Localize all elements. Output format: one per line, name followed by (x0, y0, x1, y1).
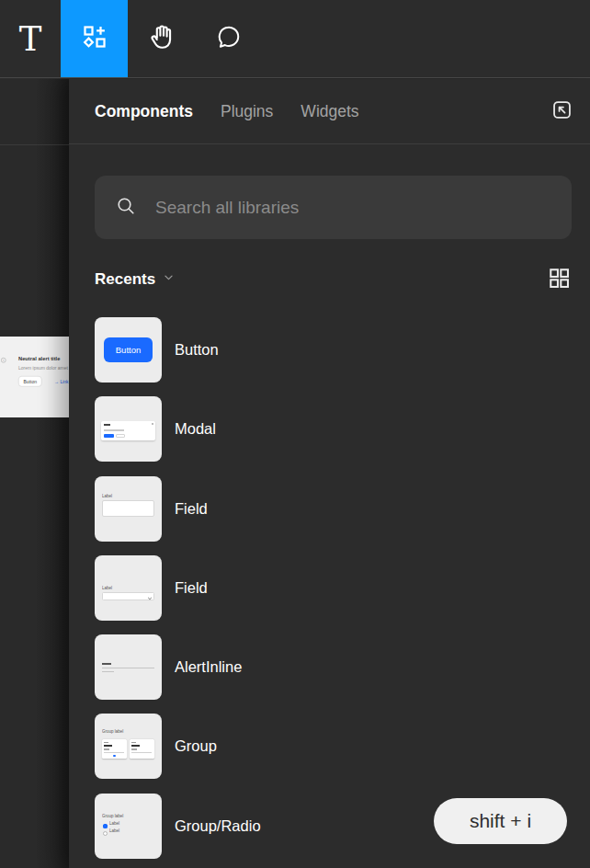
component-list: Button Button Modal Label Field (95, 317, 572, 859)
list-item-modal[interactable]: Modal (95, 396, 572, 462)
hand-tool-button[interactable] (128, 0, 195, 77)
chevron-down-icon (161, 269, 176, 290)
tab-components[interactable]: Components (95, 102, 193, 121)
canvas-frame-edge (0, 144, 69, 145)
hand-icon (147, 22, 176, 55)
alert-button: Button (18, 376, 41, 387)
alert-link: → Link text (54, 379, 69, 384)
list-item-button[interactable]: Button Button (95, 317, 572, 383)
comment-tool-button[interactable] (195, 0, 262, 77)
open-as-window-button[interactable] (546, 96, 577, 127)
canvas-alert-component[interactable]: i Neutral alert title Lorem ipsum dolor … (0, 337, 69, 417)
item-label: Field (175, 579, 208, 597)
item-label: Group/Radio (175, 817, 261, 835)
list-item-field-select[interactable]: Label Field (95, 555, 572, 621)
radio-unselected-icon (103, 831, 108, 836)
toolbar: T (0, 0, 590, 78)
recents-dropdown[interactable]: Recents (95, 269, 176, 290)
list-item-field[interactable]: Label Field (95, 476, 572, 542)
group-thumbnail: Group label (95, 714, 162, 779)
tab-widgets[interactable]: Widgets (301, 102, 358, 121)
modal-thumbnail (95, 396, 162, 462)
info-icon: i (1, 358, 6, 363)
comment-icon (215, 23, 243, 54)
alertinline-thumbnail (95, 634, 162, 700)
grid-view-icon (547, 266, 572, 294)
grid-view-toggle[interactable] (546, 267, 572, 292)
button-thumbnail: Button (95, 317, 162, 383)
figma-insert-overlay: i Neutral alert title Lorem ipsum dolor … (0, 0, 590, 868)
list-item-group[interactable]: Group label Group (95, 714, 572, 779)
search-icon (115, 195, 137, 221)
field-thumbnail: Label (95, 476, 162, 542)
alert-body: Lorem ipsum dolor amet conse (18, 365, 69, 371)
search-bar[interactable] (95, 176, 572, 239)
item-label: Group (175, 737, 217, 755)
item-label: Modal (175, 420, 216, 438)
item-label: AlertInline (175, 658, 242, 676)
open-window-icon (550, 97, 574, 126)
shortcut-hint-badge: shift + i (434, 798, 567, 844)
group-radio-thumbnail: Group label Label Label (95, 794, 162, 859)
text-icon: T (19, 22, 42, 56)
assets-panel: Components Plugins Widgets (69, 79, 590, 868)
list-item-alertinline[interactable]: AlertInline (95, 634, 572, 700)
components-tool-button[interactable] (61, 0, 128, 77)
components-icon (81, 23, 108, 54)
tab-plugins[interactable]: Plugins (221, 102, 273, 121)
alert-title: Neutral alert title (18, 356, 60, 361)
panel-tabs: Components Plugins Widgets (69, 79, 590, 144)
item-label: Button (175, 341, 219, 359)
search-input[interactable] (155, 198, 551, 218)
item-label: Field (175, 500, 208, 518)
field-select-thumbnail: Label (95, 555, 162, 621)
canvas-background: i Neutral alert title Lorem ipsum dolor … (0, 79, 69, 868)
radio-selected-icon (103, 824, 108, 828)
text-tool-button[interactable]: T (0, 0, 61, 77)
